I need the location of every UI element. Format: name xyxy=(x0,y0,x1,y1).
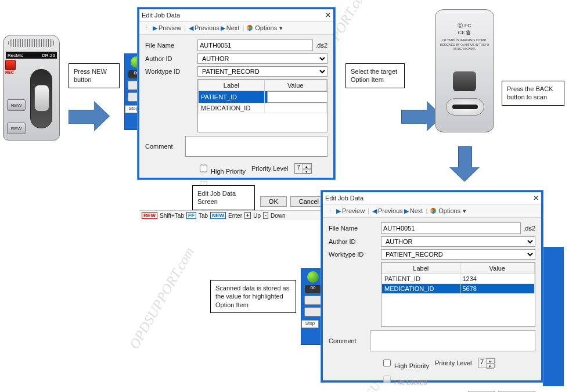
callout-scanned-data: Scanned data is stored as the value for … xyxy=(210,280,296,313)
rec-label: REC xyxy=(5,70,14,74)
nav-previous[interactable]: Previous xyxy=(378,207,403,214)
option-item-label: PATIENT_ID xyxy=(199,91,265,103)
recmic-device-back: ⓒ FC C€ 🗑 OLYMPUS IMAGING CORP. DESIGNED… xyxy=(435,9,493,140)
option-item-value[interactable] xyxy=(264,103,327,113)
file-ext: .ds2 xyxy=(523,225,535,232)
nav-preview[interactable]: Preview xyxy=(159,24,181,31)
recmic-device-front: RecMic DR-23 REC NEW REW xyxy=(3,35,59,139)
label-filename: File Name xyxy=(329,225,381,232)
callout-select-option: Select the target Option Item xyxy=(345,63,405,88)
worktype-select[interactable]: PATIENT_RECORD xyxy=(381,249,535,260)
grid-header-value: Value xyxy=(460,263,535,274)
nav-previous[interactable]: Previous xyxy=(195,24,219,31)
mic-grille xyxy=(8,39,55,47)
slide-switch[interactable] xyxy=(30,69,52,128)
high-priority-checkbox[interactable]: High Priority xyxy=(381,356,429,370)
preview-icon: ▶ xyxy=(336,207,341,215)
file-ext: .ds2 xyxy=(315,42,327,49)
filename-input[interactable] xyxy=(197,39,313,51)
background-blue-strip xyxy=(543,247,564,386)
author-select[interactable]: AUTHOR xyxy=(197,53,327,64)
label-worktype: Worktype ID xyxy=(145,68,197,75)
watermark: OPDSUPPORT.com xyxy=(127,244,197,352)
label-author: Author ID xyxy=(329,238,381,245)
scanner-window xyxy=(446,98,484,116)
nav-next[interactable]: Next xyxy=(226,24,240,31)
option-items-grid[interactable]: Label Value PATIENT_IDMEDICATION_ID xyxy=(197,79,327,132)
rew-button-hardware[interactable]: REW xyxy=(7,123,26,134)
file-locked-checkbox: File Locked xyxy=(381,372,427,386)
callout-press-new: Press NEW button xyxy=(69,63,120,88)
device-model: DR-23 xyxy=(42,53,55,58)
back-button-hardware[interactable] xyxy=(453,71,476,91)
nav-options[interactable]: Options xyxy=(438,207,460,214)
nav-options[interactable]: Options xyxy=(255,24,277,31)
options-icon xyxy=(247,25,253,31)
device-brand: RecMic xyxy=(8,53,23,58)
previous-icon: ◀ xyxy=(372,207,377,215)
label-comment: Comment xyxy=(145,143,185,150)
worktype-select[interactable]: PATIENT_RECORD xyxy=(197,66,327,77)
grid-header-value: Value xyxy=(264,80,327,91)
bg-stop-label-2: Stop xyxy=(301,320,319,328)
rec-indicator xyxy=(5,60,16,70)
new-button-hardware[interactable]: NEW xyxy=(7,99,26,111)
device-label-bar: RecMic DR-23 xyxy=(6,52,57,59)
compliance-marks: ⓒ FC C€ 🗑 OLYMPUS IMAGING CORP. DESIGNED… xyxy=(435,23,494,51)
nav-preview[interactable]: Preview xyxy=(342,207,365,214)
label-priority-level: Priority Level xyxy=(435,359,472,366)
dialog-title: Edit Job Data xyxy=(142,12,180,19)
option-item-row[interactable]: MEDICATION_ID xyxy=(199,103,327,113)
dialog-titlebar: Edit Job Data ✕ xyxy=(323,192,541,204)
ok-button[interactable]: OK xyxy=(260,196,287,207)
grid-header-label: Label xyxy=(199,80,265,91)
option-item-value[interactable] xyxy=(264,91,327,103)
high-priority-checkbox[interactable]: High Priority xyxy=(197,161,246,175)
callout-press-back: Press the BACK button to scan xyxy=(502,81,564,106)
next-icon: ▶ xyxy=(221,24,225,32)
option-item-label: MEDICATION_ID xyxy=(382,284,460,294)
filename-input[interactable] xyxy=(381,222,521,234)
comment-textarea[interactable] xyxy=(185,136,327,157)
dialog-titlebar: Edit Job Data ✕ xyxy=(139,9,333,21)
options-icon xyxy=(430,208,436,214)
author-select[interactable]: AUTHOR xyxy=(381,236,535,247)
option-item-row[interactable]: PATIENT_ID1234 xyxy=(382,274,535,284)
callout-edit-job-data-screen: Edit Job Data Screen xyxy=(192,185,255,210)
option-item-label: PATIENT_ID xyxy=(382,274,460,284)
option-item-value[interactable]: 1234 xyxy=(460,274,535,284)
arrow-down xyxy=(450,146,479,181)
dialog-toolbar: ⋮ ▶Preview | ◀Previous ▶Next | Options▾ xyxy=(323,204,541,218)
label-priority-level: Priority Level xyxy=(251,165,289,172)
priority-spinner[interactable]: 7▴▾ xyxy=(478,358,495,368)
key-hint-bar: REWShift+Tab FFTab NEWEnter +Up -Down xyxy=(139,210,333,220)
arrow-right-1 xyxy=(69,102,109,131)
option-item-label: MEDICATION_ID xyxy=(199,103,265,113)
label-worktype: Worktype ID xyxy=(329,251,381,258)
option-item-row[interactable]: PATIENT_ID xyxy=(199,91,327,103)
label-author: Author ID xyxy=(145,55,197,62)
grid-header-label: Label xyxy=(382,263,460,274)
nav-next[interactable]: Next xyxy=(410,207,423,214)
comment-textarea[interactable] xyxy=(370,330,535,351)
option-items-grid[interactable]: Label Value PATIENT_ID1234MEDICATION_ID5… xyxy=(381,262,535,327)
close-icon[interactable]: ✕ xyxy=(533,194,539,202)
option-item-row[interactable]: MEDICATION_ID5678 xyxy=(382,284,535,294)
dialog-title: Edit Job Data xyxy=(325,195,363,202)
edit-job-data-dialog-1: Edit Job Data ✕ ⋮ ▶Preview | ◀Previous ▶… xyxy=(137,7,336,180)
dialog-toolbar: ⋮ ▶Preview | ◀Previous ▶Next | Options▾ xyxy=(139,21,333,35)
next-icon: ▶ xyxy=(404,207,409,215)
edit-job-data-dialog-2: Edit Job Data ✕ ⋮ ▶Preview | ◀Previous ▶… xyxy=(321,190,543,383)
previous-icon: ◀ xyxy=(189,24,193,32)
close-icon[interactable]: ✕ xyxy=(325,11,331,19)
label-comment: Comment xyxy=(329,337,370,344)
priority-spinner[interactable]: 7▴▾ xyxy=(294,163,312,174)
label-filename: File Name xyxy=(145,42,197,49)
preview-icon: ▶ xyxy=(153,24,157,32)
option-item-value[interactable]: 5678 xyxy=(460,284,535,294)
